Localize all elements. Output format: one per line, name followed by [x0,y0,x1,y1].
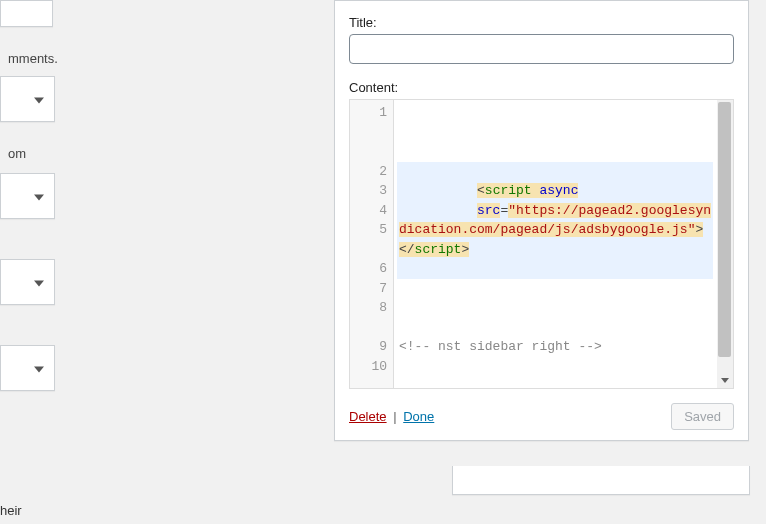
left-text-their: heir [0,503,22,518]
chevron-down-icon [34,189,44,204]
action-separator: | [393,409,396,424]
code-vertical-scrollbar[interactable] [717,100,733,388]
left-dropdown-3[interactable] [0,259,55,305]
title-input[interactable] [349,34,734,64]
left-dropdown-2[interactable] [0,173,55,219]
done-link[interactable]: Done [403,409,434,424]
sidebar-fragments: mments. om [0,0,180,524]
content-label: Content: [349,80,734,95]
widget-actions: Delete | Done Saved [349,403,734,430]
left-fragment-1 [0,0,53,27]
left-text-comments: mments. [0,47,180,70]
saved-button: Saved [671,403,734,430]
left-dropdown-4[interactable] [0,345,55,391]
code-line-gutter: 1 2 3 4 5 6 7 8 9 10 [350,100,394,388]
widget-editor-panel: Title: Content: 1 2 3 4 5 6 7 8 9 10 <sc… [334,0,749,441]
chevron-down-icon [34,275,44,290]
code-body[interactable]: <script async src="https://pagead2.googl… [394,100,717,388]
left-text-om: om [0,142,180,165]
title-label: Title: [349,15,734,30]
scrollbar-thumb[interactable] [718,102,731,357]
chevron-down-icon [34,92,44,107]
lower-right-panel-fragment [452,466,750,495]
scrollbar-arrow-down-icon[interactable] [717,372,733,388]
delete-link[interactable]: Delete [349,409,387,424]
content-code-editor[interactable]: 1 2 3 4 5 6 7 8 9 10 <script async src="… [349,99,734,389]
left-dropdown-1[interactable] [0,76,55,122]
chevron-down-icon [34,361,44,376]
